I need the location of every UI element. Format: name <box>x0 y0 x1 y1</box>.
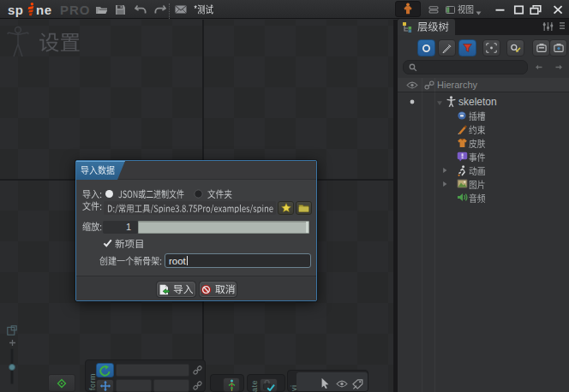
history-back-icon <box>535 64 542 70</box>
undo-button[interactable] <box>135 0 147 19</box>
history-back-button[interactable] <box>534 63 543 71</box>
character-button[interactable] <box>395 1 421 17</box>
radio-folder[interactable] <box>194 189 232 199</box>
center-selection-button[interactable] <box>482 39 500 56</box>
maximize-button[interactable] <box>512 0 525 19</box>
view-menu[interactable] <box>446 0 482 19</box>
visibility-column-header[interactable] <box>406 81 418 89</box>
skeleton-figure-icon <box>446 96 456 107</box>
layers-icon <box>428 6 439 14</box>
radio-unselected-icon <box>194 189 203 199</box>
setup-ghost-icon <box>7 26 29 58</box>
filter-settings-icon <box>542 21 554 32</box>
pose-panel <box>210 374 244 392</box>
tag-visibility-button[interactable] <box>352 379 363 389</box>
close-icon <box>553 5 563 15</box>
redo-button[interactable] <box>154 0 166 19</box>
mail-button[interactable] <box>175 0 187 19</box>
cancel-button[interactable] <box>200 282 237 297</box>
import-button[interactable] <box>157 282 195 297</box>
zoom-slider-track[interactable] <box>10 348 14 384</box>
visibility-panel: vi <box>287 370 368 392</box>
browse-button[interactable] <box>296 201 312 215</box>
hierarchy-tab[interactable] <box>398 19 455 35</box>
tree-node-label: skeleton <box>458 96 497 108</box>
link-column-header[interactable] <box>424 80 434 90</box>
tree-node-label <box>469 180 486 190</box>
checkbox-check-icon <box>103 239 112 247</box>
images-node[interactable] <box>398 177 569 191</box>
viewport-settings-button[interactable] <box>7 325 17 336</box>
compensate-panel-label: ate <box>250 380 259 392</box>
axes-button[interactable] <box>48 374 75 392</box>
tree-node-label <box>469 125 486 135</box>
filter-settings-button[interactable] <box>542 21 554 32</box>
radio-selected-icon <box>105 189 114 199</box>
file-row-label <box>82 201 102 211</box>
animations-node[interactable] <box>398 163 569 177</box>
pose-tool-button[interactable] <box>223 377 240 392</box>
translate-y-field[interactable] <box>153 379 189 392</box>
tree-node-label <box>469 166 486 176</box>
file-path-input[interactable] <box>104 201 276 215</box>
compensate-lock-button[interactable] <box>260 378 278 392</box>
cursor-visibility-button[interactable] <box>320 377 330 389</box>
events-node[interactable] <box>398 150 569 163</box>
tag-visibility-icon <box>352 379 363 389</box>
scale-slider-handle[interactable] <box>306 222 308 233</box>
bones-filter-icon <box>422 43 431 52</box>
expanded-arrow-icon <box>436 99 443 106</box>
rotate-value-field[interactable] <box>116 364 189 377</box>
dialog-titlebar[interactable] <box>76 161 316 180</box>
expand-tree-button[interactable] <box>532 39 550 56</box>
skeleton-name-input[interactable]: root <box>165 253 311 268</box>
translate-x-field[interactable] <box>116 379 152 392</box>
radio-json-binary[interactable] <box>105 189 184 199</box>
skins-node[interactable] <box>398 136 569 150</box>
new-project-checkbox[interactable] <box>103 239 112 247</box>
history-forward-button[interactable] <box>554 63 564 71</box>
restore-icon <box>530 5 542 15</box>
active-skeleton-dot <box>410 99 415 104</box>
panel-menu-button[interactable] <box>560 21 565 32</box>
tree-node-label <box>469 152 486 163</box>
app-logo-text: sp <box>8 3 24 17</box>
scale-slider[interactable] <box>138 221 309 234</box>
viewport-settings-icon <box>7 325 17 336</box>
favorite-button[interactable] <box>278 201 294 215</box>
skeleton-node[interactable]: skeleton <box>398 95 569 109</box>
scale-value-input[interactable]: 1 <box>103 221 138 234</box>
zoom-in-button[interactable] <box>9 339 16 347</box>
project-title <box>194 0 213 19</box>
mail-icon <box>175 5 187 14</box>
zoom-slider-handle[interactable] <box>9 364 15 371</box>
rotate-link-button[interactable] <box>192 365 203 376</box>
audio-node[interactable] <box>398 191 569 205</box>
expand-toggle[interactable] <box>436 99 443 106</box>
translate-tool-button[interactable] <box>96 379 114 392</box>
restore-button[interactable] <box>529 0 542 19</box>
maximize-icon <box>513 5 524 15</box>
filter-funnel-button[interactable] <box>458 39 476 56</box>
slots-node[interactable] <box>398 109 569 122</box>
translate-link-button[interactable] <box>192 380 203 391</box>
edit-filter-button[interactable] <box>438 39 456 56</box>
hierarchy-tab-label <box>417 21 449 32</box>
collapse-tree-button[interactable] <box>549 39 567 56</box>
layers-button[interactable] <box>428 0 439 19</box>
find-replace-icon <box>510 43 521 52</box>
eye-visibility-icon <box>336 380 348 388</box>
save-button[interactable] <box>115 0 126 19</box>
spine-logo-glyph <box>27 3 35 16</box>
mode-indicator[interactable] <box>7 26 81 58</box>
spine-app-window: sp ne PRO <box>0 0 569 392</box>
constraints-node[interactable] <box>398 122 569 136</box>
eye-visibility-button[interactable] <box>336 380 348 388</box>
bones-filter-button[interactable] <box>417 39 435 56</box>
find-replace-button[interactable] <box>506 39 524 56</box>
open-button[interactable] <box>95 0 108 19</box>
rotate-tool-button[interactable] <box>96 363 114 377</box>
search-input[interactable] <box>403 60 528 74</box>
close-button[interactable] <box>551 0 564 19</box>
minimize-button[interactable] <box>494 0 506 19</box>
